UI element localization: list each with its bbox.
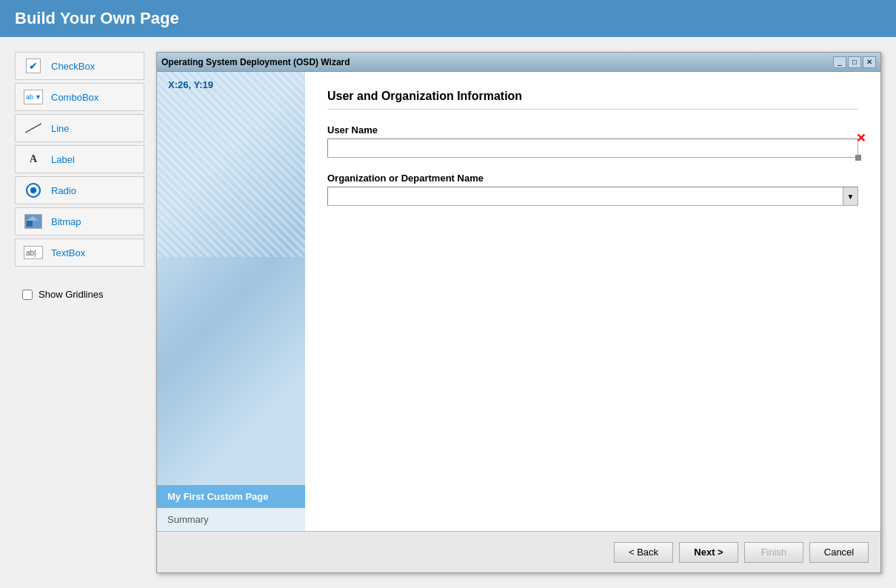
wizard-coords: X:26, Y:19 [168, 79, 213, 90]
wizard-body: X:26, Y:19 My First Custom Page Summary … [157, 72, 880, 531]
close-button[interactable]: ✕ [863, 56, 876, 68]
show-gridlines-checkbox[interactable] [22, 290, 33, 300]
wizard-footer: < Back Next > Finish Cancel [157, 531, 880, 572]
org-name-label: Organization or Department Name [327, 173, 858, 184]
wizard-window: Operating System Deployment (OSD) Wizard… [156, 52, 881, 573]
page-header: Build Your Own Page [0, 0, 896, 37]
show-gridlines-label[interactable]: Show Gridlines [39, 289, 103, 300]
toolbox-item-combobox[interactable]: ab ▼ ComboBox [15, 83, 144, 111]
toolbox-item-checkbox[interactable]: ✔ CheckBox [15, 52, 144, 80]
page-title: Build Your Own Page [15, 9, 179, 28]
svg-line-0 [25, 124, 41, 133]
org-name-input[interactable] [328, 187, 843, 205]
textbox-icon: ab| [23, 244, 44, 261]
org-name-dropdown-button[interactable]: ▼ [843, 187, 857, 205]
label-icon: A [23, 150, 44, 168]
wizard-nav: My First Custom Page Summary [157, 485, 305, 531]
org-name-group: Organization or Department Name ▼ [327, 173, 858, 206]
wizard-content: User and Organization Information User N… [305, 72, 880, 531]
toolbox-item-label[interactable]: A Label [15, 145, 144, 173]
wizard-title-bar: Operating System Deployment (OSD) Wizard… [157, 53, 880, 72]
toolbox-panel: ✔ CheckBox ab ▼ ComboBox Line [15, 52, 144, 573]
finish-button[interactable]: Finish [744, 542, 803, 563]
user-name-wrapper: ✕ [327, 138, 858, 158]
next-button[interactable]: Next > [679, 542, 738, 563]
main-layout: ✔ CheckBox ab ▼ ComboBox Line [0, 37, 896, 588]
cancel-button[interactable]: Cancel [809, 542, 869, 563]
bitmap-icon [23, 213, 44, 230]
line-icon [23, 119, 44, 137]
toolbox-item-line[interactable]: Line [15, 114, 144, 142]
content-title: User and Organization Information [327, 90, 858, 110]
toolbox-item-bitmap[interactable]: Bitmap [15, 207, 144, 235]
minimize-button[interactable]: _ [833, 56, 846, 68]
nav-item-summary[interactable]: Summary [157, 508, 305, 531]
wizard-title: Operating System Deployment (OSD) Wizard [161, 57, 350, 67]
restore-button[interactable]: □ [848, 56, 861, 68]
user-name-label: User Name [327, 124, 858, 136]
show-gridlines-container: Show Gridlines [15, 284, 144, 304]
toolbox-item-textbox[interactable]: ab| TextBox [15, 238, 144, 267]
user-name-group: User Name ✕ [327, 124, 858, 158]
checkbox-icon: ✔ [23, 57, 44, 75]
combobox-icon: ab ▼ [23, 88, 44, 106]
radio-icon [23, 181, 44, 199]
user-name-resize-handle[interactable] [855, 155, 861, 161]
org-name-combobox[interactable]: ▼ [327, 187, 858, 206]
title-bar-buttons: _ □ ✕ [833, 56, 876, 68]
back-button[interactable]: < Back [614, 542, 673, 563]
nav-item-custom-page[interactable]: My First Custom Page [157, 485, 305, 508]
wizard-banner: X:26, Y:19 My First Custom Page Summary [157, 72, 305, 531]
user-name-input[interactable] [327, 138, 858, 158]
svg-rect-2 [27, 221, 33, 227]
toolbox-item-radio[interactable]: Radio [15, 176, 144, 204]
user-name-delete-icon[interactable]: ✕ [856, 131, 866, 145]
